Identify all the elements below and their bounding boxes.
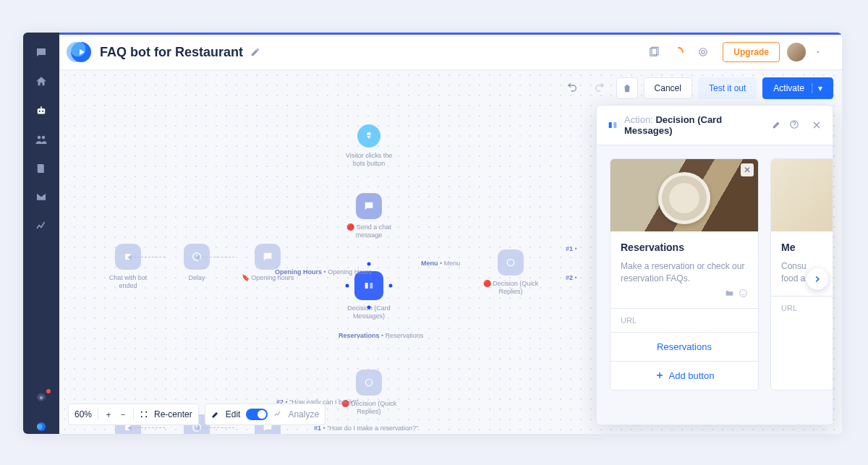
chat-icon[interactable] [34,46,48,60]
node-start-label: Visitor clicks the bots button [340,152,398,168]
edge [198,427,234,428]
next-card-button[interactable] [807,268,828,290]
svg-point-2 [42,111,43,112]
chevron-down-icon: ▾ [812,83,822,93]
node-chat-ended-label: Chat with bot ended [99,274,157,291]
recenter-label[interactable]: Re-center [154,409,192,419]
svg-rect-15 [365,283,368,289]
edit-icon[interactable] [772,119,782,131]
redo-icon[interactable] [589,77,610,99]
action-panel: Action: Decision (Card Messages) ✕ Reser… [596,105,833,425]
node-send-chat[interactable]: 🔴 Send a chat message [340,193,398,240]
node-send-chat-label: 🔴 Send a chat message [340,223,398,240]
edit-mode-icon [211,410,220,419]
analyze-mode-label[interactable]: Analyze [288,409,319,419]
broadcast-icon[interactable] [695,44,711,60]
left-sidebar [23,33,59,434]
edge [130,257,165,257]
node-delay[interactable]: Delay [168,244,226,282]
card-button[interactable]: Reservations [610,332,758,361]
svg-point-11 [699,48,707,56]
card-title: Reservations [621,242,748,253]
brand-icon[interactable] [34,419,48,434]
panel-title: Action: Decision (Card Messages) [624,114,772,136]
folder-icon[interactable] [725,289,734,298]
svg-point-7 [37,424,43,430]
cancel-button[interactable]: Cancel [644,77,692,99]
people-icon[interactable] [34,132,48,147]
activate-label: Activate [773,83,804,93]
zoom-out-icon[interactable]: － [119,409,127,421]
svg-point-3 [38,136,41,140]
add-button-label: Add button [669,370,715,381]
svg-point-1 [39,111,41,112]
remove-image-icon[interactable]: ✕ [741,163,754,176]
home-icon[interactable] [34,74,48,89]
analyze-mode-icon [273,410,282,419]
svg-rect-22 [613,122,616,128]
node-decision-card-label: Decision (Card Messages) [340,304,398,321]
upgrade-button[interactable]: Upgrade [723,42,780,62]
help-icon[interactable] [789,119,799,131]
activate-button[interactable]: Activate▾ [762,77,833,99]
zoom-group: 60% ＋ － Re-center [68,404,199,425]
svg-point-12 [817,51,819,53]
settings-icon[interactable] [34,391,48,405]
svg-point-24 [740,289,747,297]
card-image [771,159,833,231]
book-icon[interactable] [34,161,48,176]
edge-q1: #1 • "How do I make a reservation?" [314,425,418,432]
mode-toggle[interactable] [246,409,268,420]
top-bar: FAQ bot for Restaurant Upgrade [59,33,842,70]
cards-icon [607,119,618,131]
app-window: FAQ bot for Restaurant Upgrade Cancel Te… [23,33,842,434]
panel-body: ✕ Reservations Make a reservation or che… [597,145,833,425]
panel-header: Action: Decision (Card Messages) [597,106,833,145]
close-icon[interactable] [811,119,822,131]
more-icon[interactable] [810,44,826,60]
node-decision-quick-bottom[interactable]: 🔴 Decision (Quick Replies) [340,370,398,417]
test-button[interactable]: Test it out [698,77,757,99]
edge-branch-2: #2 • [566,274,577,281]
flow-wires [59,70,276,179]
node-delay-label: Delay [188,274,205,282]
node-decision-card[interactable]: Decision (Card Messages) [340,271,398,321]
undo-icon[interactable] [561,77,583,99]
inbox-icon[interactable] [34,190,48,205]
card-title: Me [781,242,833,253]
edge [198,257,234,257]
card-reservations[interactable]: ✕ Reservations Make a reservation or che… [610,158,759,391]
svg-point-4 [42,136,46,140]
node-decision-quick-right-label: 🔴 Decision (Quick Replies) [482,280,540,297]
rename-icon[interactable] [250,47,260,57]
node-chat-ended[interactable]: Chat with bot ended [99,244,157,291]
app-logo [71,42,91,62]
node-start[interactable]: Visitor clicks the bots button [340,124,398,168]
recenter-icon[interactable] [140,410,148,419]
mode-group: Edit Analyze [205,404,326,425]
notes-icon[interactable] [646,44,662,60]
node-decision-quick-right[interactable]: 🔴 Decision (Quick Replies) [482,249,540,297]
canvas-action-bar: Cancel Test it out Activate▾ [561,77,833,99]
edit-mode-label[interactable]: Edit [226,409,241,419]
svg-point-10 [702,51,705,54]
edge-label-menu: Menu • Menu [421,260,460,267]
edge-label-reservations: Reservations • Reservations [339,332,423,339]
progress-icon[interactable] [671,44,686,60]
add-button[interactable]: Add button [610,361,758,390]
delete-icon[interactable] [616,77,638,99]
flow-canvas[interactable]: Cancel Test it out Activate▾ [59,70,842,434]
node-opening-hours[interactable]: 🔖 Opening hours [239,244,297,282]
zoom-value: 60% [75,409,92,419]
bot-icon[interactable] [34,103,48,118]
svg-point-17 [507,259,514,265]
emoji-icon[interactable] [739,289,748,298]
cards-row: ✕ Reservations Make a reservation or che… [610,158,833,391]
card-url-field[interactable]: URL [610,308,758,332]
card-desc: Make a reservation or check our reservat… [621,260,748,286]
svg-rect-16 [370,283,373,289]
avatar[interactable] [787,43,806,61]
analytics-icon[interactable] [34,219,48,234]
zoom-in-icon[interactable]: ＋ [104,409,113,421]
card-url-field[interactable]: URL [771,296,833,320]
